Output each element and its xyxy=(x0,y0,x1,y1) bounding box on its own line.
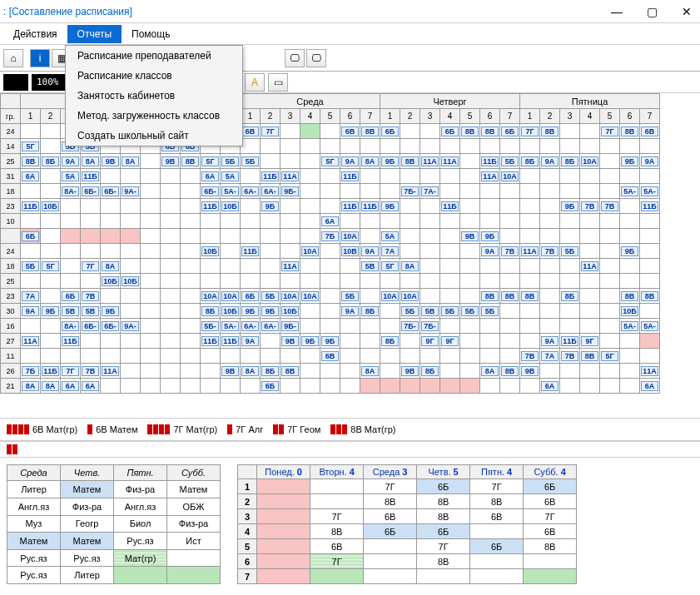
grid-cell[interactable]: 7В xyxy=(600,199,620,214)
grid-cell[interactable]: 8А xyxy=(360,364,380,379)
subject-cell[interactable]: Литер xyxy=(7,481,61,498)
grid-cell[interactable] xyxy=(420,214,440,229)
menu-отчеты[interactable]: Отчеты xyxy=(67,25,122,43)
grid-cell[interactable] xyxy=(101,349,121,364)
class-cell[interactable]: 8В xyxy=(310,524,364,539)
subject-cell[interactable]: Геогр xyxy=(61,515,114,533)
grid-cell[interactable]: 10А xyxy=(340,229,360,244)
grid-cell[interactable]: 7В xyxy=(560,349,580,364)
grid-cell[interactable] xyxy=(640,244,660,259)
grid-cell[interactable]: 9Б xyxy=(380,154,400,169)
grid-cell[interactable] xyxy=(141,184,161,199)
grid-cell[interactable] xyxy=(480,184,500,199)
grid-cell[interactable]: 9А xyxy=(340,304,360,319)
grid-cell[interactable] xyxy=(41,124,61,139)
grid-cell[interactable]: 5Б xyxy=(440,304,460,319)
grid-cell[interactable] xyxy=(540,214,560,229)
grid-cell[interactable] xyxy=(640,169,660,184)
grid-cell[interactable] xyxy=(640,334,660,349)
grid-cell[interactable] xyxy=(181,304,201,319)
grid-cell[interactable] xyxy=(221,259,241,274)
grid-cell[interactable] xyxy=(300,169,320,184)
grid-cell[interactable] xyxy=(161,199,181,214)
grid-cell[interactable] xyxy=(261,334,280,349)
grid-cell[interactable]: 5А- xyxy=(620,319,640,334)
grid-cell[interactable]: 9Г xyxy=(420,334,440,349)
grid-cell[interactable]: 8В xyxy=(620,289,640,304)
grid-cell[interactable] xyxy=(600,214,620,229)
grid-cell[interactable] xyxy=(600,364,620,379)
grid-cell[interactable]: 11А xyxy=(280,259,300,274)
grid-cell[interactable] xyxy=(300,259,320,274)
grid-cell[interactable] xyxy=(560,124,580,139)
grid-cell[interactable] xyxy=(600,169,620,184)
grid-cell[interactable] xyxy=(161,259,181,274)
grid-cell[interactable]: 11А xyxy=(21,334,41,349)
grid-cell[interactable] xyxy=(420,349,440,364)
grid-cell[interactable] xyxy=(121,169,141,184)
grid-cell[interactable]: 9А xyxy=(540,334,560,349)
grid-cell[interactable]: 5Б xyxy=(460,304,480,319)
grid-cell[interactable] xyxy=(141,259,161,274)
grid-cell[interactable] xyxy=(620,214,640,229)
grid-cell[interactable] xyxy=(340,319,360,334)
grid-cell[interactable] xyxy=(600,334,620,349)
close-button[interactable]: ✕ xyxy=(677,2,697,22)
grid-cell[interactable] xyxy=(81,334,101,349)
class-cell[interactable] xyxy=(417,569,470,584)
class-cell[interactable] xyxy=(470,524,524,539)
grid-cell[interactable] xyxy=(580,364,600,379)
grid-cell[interactable] xyxy=(141,244,161,259)
grid-cell[interactable] xyxy=(540,274,560,289)
grid-cell[interactable]: 5В xyxy=(81,304,101,319)
grid-cell[interactable] xyxy=(500,199,520,214)
grid-cell[interactable] xyxy=(161,364,181,379)
grid-cell[interactable] xyxy=(460,214,480,229)
grid-cell[interactable] xyxy=(61,214,81,229)
class-cell[interactable]: 6Б xyxy=(417,524,470,539)
grid-cell[interactable]: 5А- xyxy=(221,184,241,199)
grid-cell[interactable] xyxy=(201,229,221,244)
grid-cell[interactable] xyxy=(640,349,660,364)
grid-cell[interactable] xyxy=(181,229,201,244)
class-cell[interactable]: 6Б xyxy=(364,524,417,539)
grid-cell[interactable]: 8А xyxy=(81,154,101,169)
col-num[interactable]: 1 xyxy=(380,109,400,124)
grid-cell[interactable]: 11Б xyxy=(221,334,241,349)
grid-cell[interactable] xyxy=(460,379,480,394)
grid-cell[interactable]: 7Г xyxy=(61,364,81,379)
grid-cell[interactable] xyxy=(61,229,81,244)
grid-cell[interactable] xyxy=(580,319,600,334)
grid-cell[interactable] xyxy=(101,214,121,229)
grid-cell[interactable] xyxy=(161,214,181,229)
grid-cell[interactable] xyxy=(460,349,480,364)
grid-cell[interactable] xyxy=(161,184,181,199)
col-num[interactable]: 2 xyxy=(540,109,560,124)
class-cell[interactable]: 7Г xyxy=(417,539,470,554)
grid-cell[interactable] xyxy=(141,169,161,184)
grid-cell[interactable]: 7А xyxy=(21,289,41,304)
grid-cell[interactable] xyxy=(340,274,360,289)
grid-cell[interactable] xyxy=(340,259,360,274)
grid-cell[interactable]: 6А xyxy=(540,379,560,394)
grid-cell[interactable] xyxy=(141,334,161,349)
grid-cell[interactable] xyxy=(161,349,181,364)
grid-cell[interactable] xyxy=(600,154,620,169)
grid-cell[interactable] xyxy=(460,139,480,154)
grid-cell[interactable] xyxy=(460,169,480,184)
grid-cell[interactable]: 7Г xyxy=(600,124,620,139)
grid-cell[interactable] xyxy=(620,139,640,154)
maximize-button[interactable]: ▢ xyxy=(642,2,662,22)
grid-cell[interactable] xyxy=(280,199,300,214)
grid-cell[interactable]: 11Б xyxy=(41,364,61,379)
grid-cell[interactable] xyxy=(520,274,540,289)
grid-cell[interactable] xyxy=(320,139,340,154)
info-icon[interactable]: i xyxy=(30,49,50,67)
grid-cell[interactable]: 11Б xyxy=(340,199,360,214)
grid-cell[interactable]: 11Б xyxy=(340,169,360,184)
col-num[interactable]: 6 xyxy=(340,109,360,124)
grid-cell[interactable]: 11Б xyxy=(360,199,380,214)
grid-cell[interactable]: 5А xyxy=(221,169,241,184)
grid-cell[interactable]: 8В xyxy=(640,289,660,304)
subject-cell[interactable]: Матем xyxy=(61,533,114,550)
